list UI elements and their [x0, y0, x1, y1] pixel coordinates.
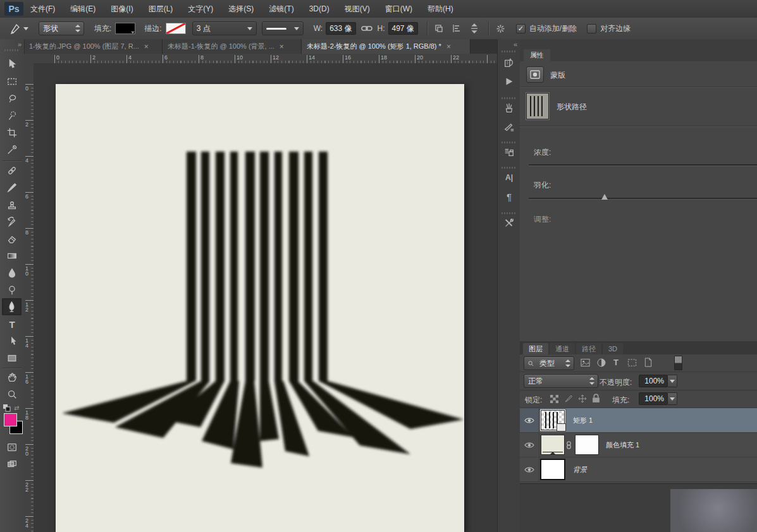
tool-clone-stamp[interactable]: [4, 197, 20, 212]
collapse-dock-icon[interactable]: «: [514, 40, 517, 48]
visibility-toggle[interactable]: [520, 457, 539, 481]
tool-pen-selected[interactable]: [2, 298, 22, 315]
menu-filter[interactable]: 滤镜(T): [269, 4, 293, 15]
dock-grip[interactable]: [502, 212, 517, 214]
filtering-toggle[interactable]: [674, 356, 682, 370]
dock-grip[interactable]: [502, 167, 517, 169]
lock-all-icon[interactable]: [592, 394, 600, 403]
opacity-field[interactable]: 100%: [639, 375, 668, 387]
menu-select[interactable]: 选择(S): [228, 4, 254, 15]
tool-preset-picker[interactable]: [9, 22, 28, 35]
lock-transparency-icon[interactable]: [550, 395, 558, 403]
tool-rectangular-marquee[interactable]: [4, 74, 20, 89]
tab-3d[interactable]: 3D: [603, 343, 623, 354]
character-panel-icon[interactable]: A|: [501, 169, 517, 186]
feather-slider[interactable]: [529, 198, 757, 200]
path-alignment-icon[interactable]: [452, 23, 462, 33]
tab-paths[interactable]: 路径: [576, 343, 601, 354]
layer-row-rectangle-1[interactable]: 矩形 1: [520, 408, 757, 433]
tool-move[interactable]: [4, 57, 20, 72]
menu-3d[interactable]: 3D(D): [309, 4, 329, 13]
collapse-toolbar-icon[interactable]: »: [18, 40, 22, 48]
feather-slider-handle[interactable]: [601, 194, 608, 200]
fill-color-swatch[interactable]: [115, 23, 135, 34]
tab-layers[interactable]: 图层: [523, 343, 548, 354]
filter-adjustment-layers-icon[interactable]: [597, 358, 606, 367]
document-tab-3-active[interactable]: 未标题-2-恢复的 @ 100% (矩形 1, RGB/8) * ×: [302, 39, 471, 54]
tool-gradient[interactable]: [4, 248, 20, 263]
fill-opacity-field[interactable]: 100%: [639, 392, 668, 405]
lock-pixels-icon[interactable]: [564, 394, 573, 403]
layer-comps-panel-icon[interactable]: [501, 144, 517, 160]
tool-hand[interactable]: [4, 370, 20, 385]
vertical-ruler[interactable]: 024681 01 21 41 61 82 02 22 4: [24, 63, 34, 532]
stroke-width-select[interactable]: 3 点: [192, 21, 257, 35]
shape-width-field[interactable]: 633 像: [326, 22, 355, 35]
tab-channels[interactable]: 通道: [550, 343, 575, 354]
dock-grip[interactable]: [502, 97, 517, 99]
shape-height-field[interactable]: 497 像: [388, 22, 418, 35]
fill-layer-thumbnail[interactable]: [541, 435, 564, 454]
horizontal-ruler[interactable]: 0246810121416182022: [34, 54, 497, 64]
tool-lasso[interactable]: [4, 91, 20, 106]
tool-type[interactable]: T: [4, 317, 20, 332]
menu-help[interactable]: 帮助(H): [428, 4, 453, 15]
history-panel-icon[interactable]: [501, 54, 517, 71]
tool-history-brush[interactable]: [4, 214, 20, 229]
tool-blur[interactable]: [4, 265, 20, 281]
clone-source-panel-icon[interactable]: [501, 119, 517, 135]
density-slider[interactable]: [529, 164, 757, 166]
dock-grip[interactable]: [502, 142, 517, 143]
filter-type-select[interactable]: 类型: [524, 356, 574, 370]
filter-smart-objects-icon[interactable]: [644, 358, 653, 367]
tab-properties[interactable]: 属性: [524, 49, 550, 61]
menu-file[interactable]: 文件(F): [30, 4, 55, 15]
menu-window[interactable]: 窗口(W): [385, 4, 412, 15]
quick-mask-mode-icon[interactable]: [4, 440, 20, 455]
close-icon[interactable]: ×: [144, 42, 149, 51]
screen-mode-icon[interactable]: [4, 457, 20, 472]
tool-eraser[interactable]: [4, 231, 20, 246]
menu-layer[interactable]: 图层(L): [149, 4, 173, 15]
tool-rectangle-shape[interactable]: [4, 351, 20, 366]
dock-grip[interactable]: [502, 51, 517, 52]
toolbar-grip[interactable]: [4, 49, 20, 51]
filter-shape-layers-icon[interactable]: [627, 358, 637, 367]
swap-colors-icon[interactable]: ⇄: [14, 404, 19, 411]
default-colors-icon[interactable]: [3, 404, 11, 412]
tool-dodge[interactable]: [4, 282, 20, 298]
menu-view[interactable]: 视图(V): [345, 4, 370, 15]
blend-mode-select[interactable]: 正常: [524, 374, 598, 388]
close-icon[interactable]: ×: [280, 42, 284, 51]
filter-pixel-layers-icon[interactable]: [581, 358, 590, 367]
layer-row-color-fill-1[interactable]: 颜色填充 1: [520, 433, 757, 457]
tool-spot-healing-brush[interactable]: [4, 163, 20, 178]
fill-dropdown-button[interactable]: [668, 392, 677, 405]
link-dimensions-icon[interactable]: [361, 24, 372, 33]
stroke-style-select[interactable]: [262, 21, 304, 35]
foreground-color-swatch[interactable]: [4, 413, 17, 426]
stroke-color-swatch[interactable]: [166, 23, 186, 34]
menu-edit[interactable]: 编辑(E): [70, 4, 95, 15]
tool-mode-select[interactable]: 形状: [39, 21, 84, 35]
actions-panel-icon[interactable]: [501, 73, 517, 90]
visibility-toggle[interactable]: [520, 433, 539, 457]
document-canvas[interactable]: [56, 84, 464, 532]
mask-properties-icon[interactable]: [526, 66, 544, 83]
layer-thumbnail[interactable]: [541, 411, 564, 430]
align-edges-checkbox[interactable]: ✓: [587, 24, 596, 33]
tool-path-selection[interactable]: [4, 334, 20, 349]
gear-icon[interactable]: [495, 23, 506, 34]
shape-path-thumbnail[interactable]: [526, 93, 549, 119]
tool-presets-panel-icon[interactable]: [501, 215, 517, 231]
opacity-dropdown-button[interactable]: [668, 375, 677, 387]
filter-type-layers-icon[interactable]: T: [613, 358, 619, 367]
background-layer-thumbnail[interactable]: [541, 460, 564, 479]
tool-crop[interactable]: [4, 125, 20, 140]
path-operations-icon[interactable]: [434, 23, 444, 33]
document-tab-1[interactable]: 1-恢复的.JPG @ 100% (图层 7, R... ×: [24, 39, 163, 54]
document-tab-2[interactable]: 未标题-1-恢复的 @ 100% (背景, ... ×: [163, 39, 302, 54]
mask-link-icon[interactable]: [566, 441, 572, 449]
tool-brush[interactable]: [4, 180, 20, 195]
tool-eyedropper[interactable]: [4, 142, 20, 157]
